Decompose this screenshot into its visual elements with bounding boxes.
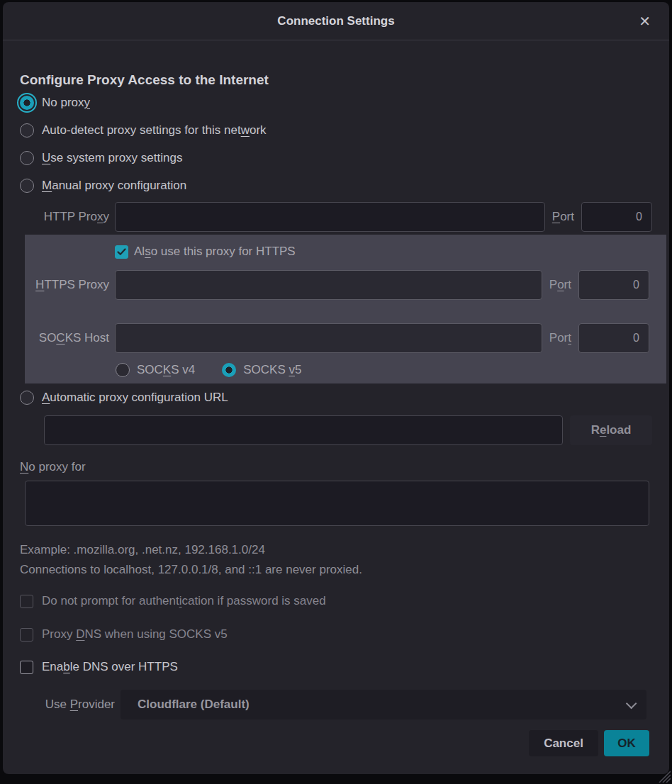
radio-no-proxy-label: No proxy — [42, 96, 90, 110]
http-port-input[interactable] — [581, 202, 652, 232]
no-proxy-for-textarea[interactable] — [25, 481, 649, 526]
socks-host-row: SOCKS Host Port — [25, 323, 649, 353]
manual-proxy-highlight-band: Also use this proxy for HTTPS HTTPS Prox… — [25, 235, 666, 383]
reload-button[interactable]: Reload — [570, 415, 652, 445]
radio-manual-proxy[interactable]: Manual proxy configuration — [20, 172, 652, 199]
close-icon[interactable]: ✕ — [634, 11, 655, 31]
resize-grip[interactable] — [655, 767, 671, 783]
dialog-titlebar: Connection Settings ✕ — [3, 2, 669, 40]
provider-dropdown-value: Cloudflare (Default) — [138, 698, 626, 712]
radio-system-proxy-label: Use system proxy settings — [42, 151, 182, 165]
radio-icon[interactable] — [20, 123, 34, 138]
https-port-input[interactable] — [578, 270, 649, 300]
doh-provider-row: Use Provider Cloudflare (Default) — [20, 690, 652, 719]
radio-auto-detect[interactable]: Auto-detect proxy settings for this netw… — [20, 116, 652, 144]
socks-host-input[interactable] — [115, 323, 542, 353]
cancel-button[interactable]: Cancel — [529, 730, 598, 756]
connection-settings-dialog: Connection Settings ✕ Configure Proxy Ac… — [3, 2, 669, 774]
checkbox-checked-icon[interactable] — [115, 245, 128, 259]
dialog-footer: Cancel OK — [20, 730, 652, 756]
https-proxy-label: HTTPS Proxy — [25, 278, 115, 292]
option-no-prompt-auth-label: Do not prompt for authentication if pass… — [42, 594, 326, 608]
radio-socks-v4[interactable] — [116, 363, 130, 377]
radio-system-proxy[interactable]: Use system proxy settings — [20, 144, 652, 172]
radio-manual-proxy-label: Manual proxy configuration — [42, 179, 186, 193]
option-enable-doh-label: Enable DNS over HTTPS — [42, 660, 178, 674]
socks-v5-label: SOCKS v5 — [243, 363, 301, 377]
page-title: Configure Proxy Access to the Internet — [20, 72, 652, 89]
radio-auto-detect-label: Auto-detect proxy settings for this netw… — [42, 123, 267, 138]
http-port-label: Port — [552, 210, 574, 224]
radio-no-proxy[interactable]: No proxy — [20, 89, 652, 116]
socks-v4-label: SOCKS v4 — [137, 363, 195, 377]
option-enable-doh[interactable]: Enable DNS over HTTPS — [20, 657, 652, 677]
http-proxy-label: HTTP Proxy — [20, 210, 115, 224]
radio-icon[interactable] — [20, 151, 34, 165]
radio-icon[interactable] — [20, 179, 34, 193]
option-proxy-dns-socks5: Proxy DNS when using SOCKS v5 — [20, 625, 652, 644]
dialog-content: Configure Proxy Access to the Internet N… — [3, 72, 669, 756]
checkbox-icon — [20, 595, 33, 608]
ok-button[interactable]: OK — [604, 730, 649, 756]
http-proxy-input[interactable] — [115, 202, 545, 232]
also-use-https-row[interactable]: Also use this proxy for HTTPS — [115, 242, 649, 262]
radio-automatic-url[interactable]: Automatic proxy configuration URL — [20, 383, 652, 411]
radio-icon[interactable] — [20, 391, 34, 405]
http-proxy-row: HTTP Proxy Port — [20, 202, 652, 232]
no-proxy-example-text: Example: .mozilla.org, .net.nz, 192.168.… — [20, 543, 652, 557]
socks-host-label: SOCKS Host — [25, 331, 115, 345]
https-port-label: Port — [549, 278, 571, 292]
chevron-down-icon — [626, 698, 637, 709]
radio-selected-icon[interactable] — [20, 96, 34, 110]
option-proxy-dns-socks5-label: Proxy DNS when using SOCKS v5 — [42, 627, 228, 642]
no-proxy-note-text: Connections to localhost, 127.0.0.1/8, a… — [20, 563, 652, 577]
socks-version-row: SOCKS v4 SOCKS v5 — [116, 362, 649, 379]
checkbox-icon[interactable] — [20, 661, 33, 674]
automatic-url-input[interactable] — [44, 415, 563, 445]
check-icon — [117, 248, 126, 256]
checkbox-icon — [20, 628, 33, 642]
automatic-url-row: Reload — [20, 415, 652, 445]
provider-dropdown[interactable]: Cloudflare (Default) — [121, 690, 646, 719]
also-use-https-label: Also use this proxy for HTTPS — [134, 245, 296, 259]
option-no-prompt-auth: Do not prompt for authentication if pass… — [20, 591, 652, 611]
socks-port-label: Port — [549, 331, 571, 345]
https-proxy-row: HTTPS Proxy Port — [25, 270, 649, 300]
no-proxy-for-label: No proxy for — [20, 459, 652, 475]
socks-port-input[interactable] — [578, 323, 649, 353]
https-proxy-input[interactable] — [115, 270, 542, 300]
reload-button-label: Reload — [591, 423, 632, 437]
dialog-title: Connection Settings — [277, 14, 394, 28]
use-provider-label: Use Provider — [20, 698, 121, 712]
radio-socks-v5[interactable] — [222, 363, 236, 377]
radio-automatic-url-label: Automatic proxy configuration URL — [42, 391, 228, 405]
